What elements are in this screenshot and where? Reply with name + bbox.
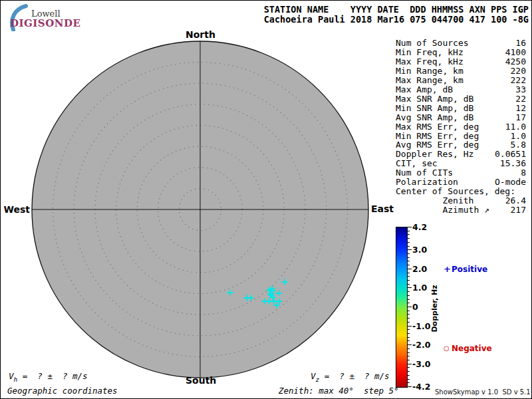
stats-value: 22 <box>515 94 526 104</box>
stats-label: CIT, sec <box>396 159 438 168</box>
stats-label: Num of Sources <box>396 39 469 48</box>
stats-value: 4250 <box>505 57 526 66</box>
stats-row: PolarizationO-mode <box>396 178 526 187</box>
stats-row: Max Amp, dB33 <box>396 85 526 94</box>
stats-row: Num of Sources16 <box>396 39 526 48</box>
stats-label: Max Range, km <box>396 76 464 85</box>
stats-row: Max Freq, kHz4250 <box>396 57 526 66</box>
colorbar-title: Doppler, Hz <box>430 285 439 332</box>
stats-label: Avg SNR Amp, dB <box>396 113 473 122</box>
compass-south-label: South <box>186 375 215 386</box>
stats-row: Avg RMS Err, deg5.8 <box>396 140 526 150</box>
stats-row: Min Freq, kHz4100 <box>396 48 526 57</box>
stats-value: 222 <box>511 76 526 85</box>
colorbar-tick-label: 4.2 <box>412 222 427 232</box>
legend-positive-label: Positive <box>452 265 487 274</box>
stats-label: Min Freq, kHz <box>396 48 464 57</box>
stats-value: 8 <box>521 168 526 178</box>
vz-velocity-readout: Vz = ? ± ? m/s <box>311 371 390 383</box>
legend-positive: +Positive <box>444 264 487 274</box>
software-version-label: ShowSkymap v 1.0 SD v 5.1 <box>435 388 531 396</box>
colorbar-tick-label: 3.0 <box>412 245 427 255</box>
compass-east-label: East <box>371 203 394 214</box>
stats-label: Polarization <box>396 178 458 187</box>
stats-value: 0.0651 <box>495 150 526 159</box>
stats-value: 217 <box>511 205 526 215</box>
stats-value: 1.0 <box>511 132 526 141</box>
compass-west-label: West <box>3 204 30 215</box>
legend-negative-label: Negative <box>452 344 492 353</box>
stats-row: Max RMS Err, deg11.0 <box>396 122 526 132</box>
doppler-colorbar <box>396 227 408 388</box>
coordinates-mode-label: Geographic coordinates <box>7 386 118 396</box>
circle-marker-icon: ○ <box>444 344 452 352</box>
stats-row: Max Range, km222 <box>396 76 526 85</box>
stats-value: 16 <box>515 39 526 48</box>
stats-panel: Num of Sources16Min Freq, kHz4100Max Fre… <box>396 39 526 215</box>
stats-value: 5.8 <box>511 140 526 150</box>
stats-value: O-mode <box>495 178 526 187</box>
stats-row: Zenith26.4 <box>396 196 526 205</box>
stats-label: Min SNR Amp, dB <box>396 104 473 113</box>
plus-marker-icon: + <box>444 264 452 274</box>
stats-value: 220 <box>511 66 526 76</box>
colorbar-tick-label: 0 <box>412 302 418 312</box>
stats-label: Max RMS Err, deg <box>396 122 479 132</box>
stats-label: Doppler Res, Hz <box>396 150 473 159</box>
stats-label: Zenith <box>396 196 473 205</box>
colorbar-tick-label: 2.0 <box>412 264 427 274</box>
stats-label: Avg RMS Err, deg <box>396 140 479 150</box>
stats-label: Max SNR Amp, dB <box>396 94 473 104</box>
stats-value: 17 <box>515 113 526 122</box>
stats-label: Max Freq, kHz <box>396 57 464 66</box>
showskymap-window: Lowell DIGISONDE STATION NAME YYYY DATE … <box>0 0 532 399</box>
stats-label: Max Amp, dB <box>396 85 453 94</box>
compass-north-label: North <box>186 29 215 40</box>
stats-row: Min RMS Err, deg1.0 <box>396 132 526 141</box>
stats-label: Azimuth ↗ <box>396 205 489 215</box>
stats-row: Azimuth ↗217 <box>396 205 526 215</box>
stats-label: Center of Sources, deg: <box>396 187 515 196</box>
stats-row: CIT, sec15.36 <box>396 159 526 168</box>
legend-negative: ○Negative <box>444 344 492 353</box>
colorbar-tick-label: -1.0 <box>412 321 430 331</box>
colorbar-tick-label: 1.0 <box>412 283 427 293</box>
stats-value: 33 <box>515 85 526 94</box>
stats-value: 11.0 <box>505 122 526 132</box>
colorbar-tick-label: -2.0 <box>412 340 430 350</box>
stats-row: Num of CITs8 <box>396 168 526 178</box>
stats-row: Min SNR Amp, dB12 <box>396 104 526 113</box>
stats-row: Avg SNR Amp, dB17 <box>396 113 526 122</box>
stats-row: Min Range, km220 <box>396 66 526 76</box>
stats-row: Max SNR Amp, dB22 <box>396 94 526 104</box>
stats-value: 15.36 <box>500 159 526 168</box>
stats-value: 4100 <box>505 48 526 57</box>
stats-label: Min RMS Err, deg <box>396 132 479 141</box>
colorbar-tick-label: -3.0 <box>412 359 430 369</box>
vh-velocity-readout: Vh = ? ± ? m/s <box>9 371 88 383</box>
stats-row: Center of Sources, deg: <box>396 187 526 196</box>
colorbar-tick-label: -4.2 <box>412 382 430 392</box>
zenith-scale-note: Zenith: max 40° step 5° <box>279 386 399 396</box>
stats-label: Num of CITs <box>396 168 453 178</box>
stats-value: 12 <box>515 104 526 113</box>
stats-label: Min Range, km <box>396 66 464 76</box>
stats-value: 26.4 <box>505 196 526 205</box>
stats-row: Doppler Res, Hz0.0651 <box>396 150 526 159</box>
